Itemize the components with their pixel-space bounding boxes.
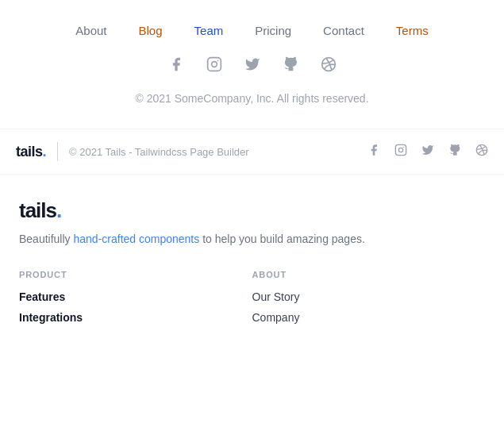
tails-copyright: © 2021 Tails - Tailwindcss Page Builder xyxy=(69,146,367,158)
social-icons-large xyxy=(48,56,456,76)
footer-section-3: tails. Beautifully hand-crafted componen… xyxy=(0,175,504,356)
nav-pricing[interactable]: Pricing xyxy=(255,24,291,37)
copyright-text: © 2021 SomeCompany, Inc. All rights rese… xyxy=(48,92,456,105)
footer-section-2: tails. © 2021 Tails - Tailwindcss Page B… xyxy=(0,129,504,175)
facebook-icon-sm[interactable] xyxy=(367,144,380,160)
vertical-divider xyxy=(57,142,58,161)
nav-terms[interactable]: Terms xyxy=(396,24,429,37)
nav-team[interactable]: Team xyxy=(194,24,224,37)
svg-point-6 xyxy=(403,146,404,147)
svg-rect-0 xyxy=(207,58,221,71)
about-heading: ABOUT xyxy=(252,270,486,279)
instagram-icon-sm[interactable] xyxy=(394,144,407,160)
tails-brand-small: tails. xyxy=(16,144,46,160)
svg-point-2 xyxy=(217,60,218,62)
tails-brand-large: tails. xyxy=(19,198,485,223)
about-column: ABOUT Our Story Company xyxy=(252,270,486,332)
product-heading: PRODUCT xyxy=(19,270,252,279)
svg-rect-4 xyxy=(395,144,406,155)
nav-about[interactable]: About xyxy=(75,24,106,37)
nav-blog[interactable]: Blog xyxy=(139,24,163,37)
footer-section-1: About Blog Team Pricing Contact Terms xyxy=(0,0,504,129)
product-column: PRODUCT Features Integrations xyxy=(19,270,252,332)
dribbble-icon[interactable] xyxy=(321,56,337,76)
instagram-icon[interactable] xyxy=(206,56,222,76)
dribbble-icon-sm[interactable] xyxy=(475,144,488,160)
features-link[interactable]: Features xyxy=(19,290,252,303)
integrations-link[interactable]: Integrations xyxy=(19,311,252,324)
twitter-icon[interactable] xyxy=(244,56,260,76)
facebook-icon[interactable] xyxy=(168,56,184,76)
tagline: Beautifully hand-crafted components to h… xyxy=(19,231,485,248)
github-icon[interactable] xyxy=(283,56,298,76)
svg-point-5 xyxy=(398,148,402,152)
nav-contact[interactable]: Contact xyxy=(323,24,364,37)
github-icon-sm[interactable] xyxy=(448,144,461,160)
company-link[interactable]: Company xyxy=(252,311,486,324)
our-story-link[interactable]: Our Story xyxy=(252,290,486,303)
twitter-icon-sm[interactable] xyxy=(421,144,434,160)
footer-columns: PRODUCT Features Integrations ABOUT Our … xyxy=(19,270,485,332)
footer-nav: About Blog Team Pricing Contact Terms xyxy=(48,24,456,37)
svg-point-1 xyxy=(211,62,217,67)
social-icons-small xyxy=(367,144,488,160)
